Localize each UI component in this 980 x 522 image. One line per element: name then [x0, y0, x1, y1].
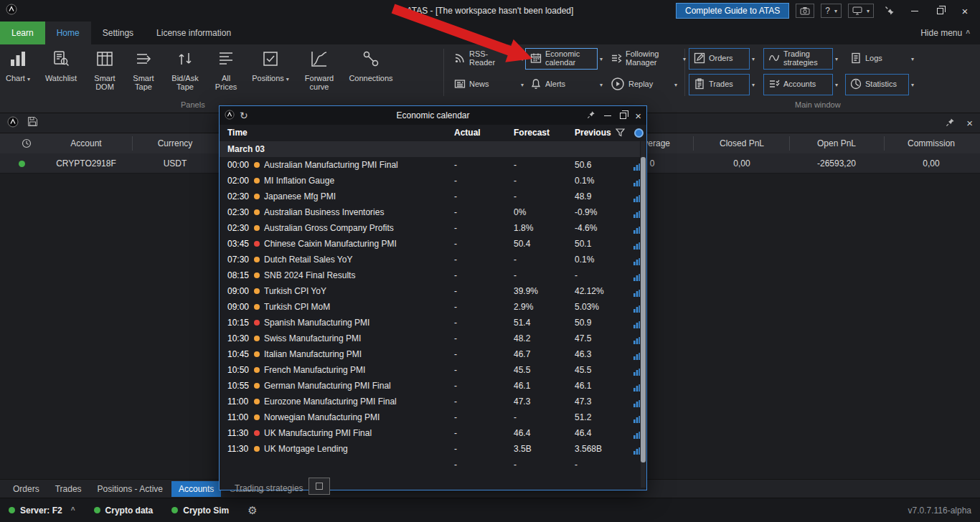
column-time[interactable]: Time [227, 125, 248, 141]
window-button-trades[interactable]: Trades▾ [689, 73, 755, 96]
event-name: Chinese Caixin Manufacturing PMI [264, 236, 452, 252]
settings-gear-icon[interactable]: ⚙ [248, 504, 257, 517]
impact-dot [254, 351, 260, 357]
minimize-dialog-button[interactable] [604, 115, 611, 116]
panel-button-rss-reader[interactable]: RSS-Reader▾ [449, 47, 524, 70]
impact-dot [254, 399, 260, 404]
dialog-titlebar[interactable]: ↻ Economic calendar × [220, 106, 646, 125]
pin-window-button[interactable] [880, 3, 899, 19]
column-header-currency[interactable]: Currency [133, 133, 217, 153]
calendar-event-row[interactable]: 11:30UK Manufacturing PMI Final-46.446.4 [220, 425, 640, 441]
tab-settings[interactable]: Settings [91, 22, 145, 44]
calendar-event-row[interactable]: 02:30Japanese Mfg PMI--48.9 [220, 189, 640, 204]
window-button-accounts[interactable]: Accounts▾ [763, 73, 838, 96]
calendar-event-row[interactable]: 07:30Dutch Retail Sales YoY--0.1% [220, 252, 640, 267]
panel-button-all-prices[interactable]: All Prices [209, 46, 242, 93]
chevron-down-icon: ▾ [835, 56, 838, 62]
event-actual: - [454, 331, 457, 346]
feed-crypto-sim[interactable]: Crypto Sim [171, 506, 229, 516]
pin-panel-button[interactable] [946, 117, 955, 130]
hide-menu-button[interactable]: Hide menu^ [910, 22, 980, 44]
feed-crypto-data[interactable]: Crypto data [94, 506, 154, 516]
calendar-event-row[interactable]: 10:15Spanish Manufacturing PMI-51.450.9 [220, 315, 640, 331]
maximize-dialog-button[interactable] [620, 113, 626, 119]
status-dot [94, 507, 100, 513]
panel-button-connections[interactable]: Connections [344, 46, 397, 84]
calendar-event-row[interactable]: 11:00Eurozone Manufacturing PMI Final-47… [220, 394, 640, 409]
scrollbar[interactable] [641, 141, 646, 488]
refresh-icon[interactable]: ↻ [240, 110, 248, 121]
statusbar: Server: F2^ Crypto data Crypto Sim ⚙ v7.… [0, 498, 980, 522]
panel-button-following-manager[interactable]: Following Manager▾ [606, 47, 686, 70]
calendar-event-row[interactable]: 10:30Swiss Manufacturing PMI-48.247.5 [220, 331, 640, 346]
panel-button-economic-calendar[interactable]: Economic calendar▾ [525, 47, 603, 70]
window-button-trading-strategies[interactable]: Trading strategies▾ [763, 47, 838, 70]
column-header-account[interactable]: Account [43, 133, 129, 153]
window-button-orders[interactable]: Orders▾ [689, 47, 755, 70]
close-dialog-button[interactable]: × [635, 110, 641, 121]
bottom-tab-orders[interactable]: Orders [6, 481, 47, 497]
pin-dialog-button[interactable] [587, 110, 595, 121]
calendar-event-row[interactable]: --- [220, 457, 640, 473]
tab-learn[interactable]: Learn [0, 22, 45, 44]
calendar-event-row[interactable]: 10:45Italian Manufacturing PMI-46.746.3 [220, 346, 640, 362]
clock-icon[interactable] [22, 138, 32, 151]
close-button[interactable]: × [956, 3, 974, 19]
panel-button-positions[interactable]: Positions▾ [247, 46, 294, 84]
calendar-event-row[interactable]: 09:00Turkish CPI MoM-2.9%5.03% [220, 299, 640, 315]
bottom-tab-positions-active[interactable]: Positions - Active [90, 481, 170, 497]
display-settings-button[interactable]: ▾ [848, 4, 874, 18]
panel-button-smart-dom[interactable]: Smart DOM [88, 46, 122, 93]
panel-button-replay[interactable]: Replay▾ [606, 73, 677, 96]
panel-button-forward-curve[interactable]: Forward curve [298, 46, 340, 93]
floating-panel-box[interactable] [308, 478, 330, 495]
panel-button-chart[interactable]: Chart▾ [1, 46, 34, 84]
help-button[interactable]: ?▾ [821, 4, 842, 18]
chevron-down-icon: ▾ [752, 56, 755, 62]
event-name: Swiss Manufacturing PMI [264, 331, 452, 346]
bottom-tab-trades[interactable]: Trades [48, 481, 89, 497]
filter-toggle-icon[interactable] [634, 128, 644, 138]
column-header-closed-pnl[interactable]: Closed PnL [694, 133, 789, 153]
bottom-tab-accounts[interactable]: Accounts [171, 481, 221, 497]
calendar-event-row[interactable]: 11:00Norwegian Manufacturing PMI--51.2 [220, 409, 640, 425]
calendar-event-row[interactable]: 10:55German Manufacturing PMI Final-46.1… [220, 378, 640, 394]
tab-home[interactable]: Home [45, 22, 91, 44]
filter-icon[interactable] [616, 128, 625, 139]
calendar-event-row[interactable]: 03:45Chinese Caixin Manufacturing PMI-50… [220, 236, 640, 252]
column-header-commission[interactable]: Commission [885, 133, 977, 153]
panel-button-alerts[interactable]: Alerts▾ [525, 73, 603, 96]
calendar-event-row[interactable]: 00:00Australian Manufacturing PMI Final-… [220, 157, 640, 173]
panel-button-watchlist[interactable]: Watchlist [39, 46, 83, 84]
window-button-statistics[interactable]: Statistics▾ [845, 73, 914, 96]
complete-guide-button[interactable]: Complete Guide to ATAS [676, 3, 789, 19]
window-button-logs[interactable]: Logs▾ [845, 47, 914, 70]
bottom-tab-trading-strategies[interactable]: Trading strategies [235, 483, 303, 493]
calendar-event-row[interactable]: 08:15SNB 2024 Final Results--- [220, 267, 640, 283]
calendar-event-row[interactable]: 02:30Australian Gross Company Profits-1.… [220, 220, 640, 236]
panel-button-news[interactable]: News▾ [449, 73, 524, 96]
column-forecast[interactable]: Forecast [514, 125, 550, 141]
calendar-event-row[interactable]: 02:00MI Inflation Gauge--0.1% [220, 173, 640, 189]
close-panel-button[interactable]: × [966, 118, 973, 128]
column-previous[interactable]: Previous [575, 125, 611, 141]
calendar-event-row[interactable]: 10:50French Manufacturing PMI-45.545.5 [220, 362, 640, 378]
minimize-button[interactable] [905, 3, 924, 19]
tab-license-information[interactable]: License information [145, 22, 242, 44]
screenshot-camera-icon[interactable] [796, 4, 814, 18]
scrollbar-thumb[interactable] [641, 157, 646, 462]
column-actual[interactable]: Actual [454, 125, 481, 141]
panel-button-smart-tape[interactable]: Smart Tape [126, 46, 161, 93]
calendar-event-row[interactable]: 09:00Turkish CPI YoY-39.9%42.12% [220, 283, 640, 299]
smart-tape-icon [134, 49, 153, 70]
server-status[interactable]: Server: F2^ [9, 506, 75, 516]
panel-button-bid-ask-tape[interactable]: Bid/Ask Tape [165, 46, 205, 93]
event-actual: - [454, 315, 457, 331]
calendar-event-row[interactable]: 11:30UK Mortgage Lending-3.5B3.568B [220, 441, 640, 457]
calendar-event-row[interactable]: 02:30Australian Business Inventories-0%-… [220, 204, 640, 220]
restore-button[interactable] [930, 3, 949, 19]
account-status-dot [19, 161, 25, 167]
atas-logo-icon[interactable] [7, 116, 19, 130]
save-icon[interactable] [27, 116, 38, 130]
column-header-open-pnl[interactable]: Open PnL [791, 133, 882, 153]
